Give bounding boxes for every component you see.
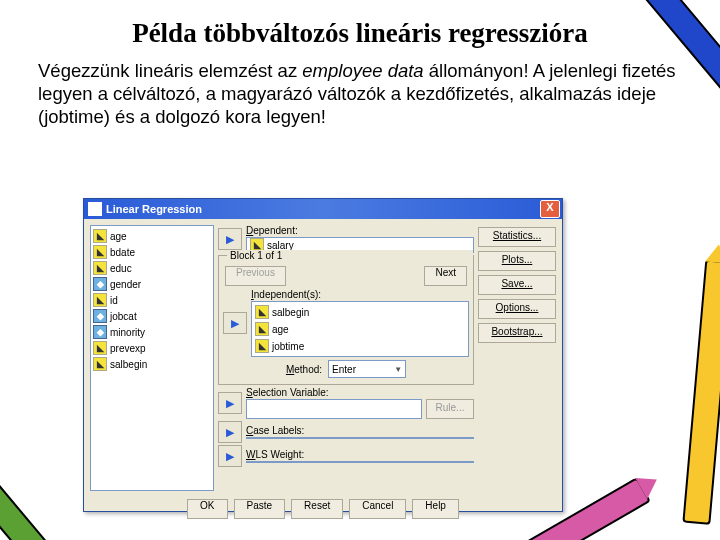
nominal-icon: ◆ [93,277,107,291]
scale-icon: ◣ [255,339,269,353]
scale-icon: ◣ [93,261,107,275]
method-select[interactable]: Enter ▼ [328,360,406,378]
list-item[interactable]: ◣age [93,228,211,244]
nominal-icon: ◆ [93,309,107,323]
help-button[interactable]: Help [412,499,459,519]
close-button[interactable]: X [540,200,560,218]
dialog-title: Linear Regression [106,203,202,215]
arrow-right-icon: ▶ [231,317,239,330]
arrow-right-icon: ▶ [226,397,234,410]
move-selection-button[interactable]: ▶ [218,392,242,414]
move-independent-button[interactable]: ▶ [223,312,247,334]
plots-button[interactable]: Plots... [478,251,556,271]
var-label: minority [110,327,145,338]
var-label: prevexp [110,343,146,354]
slide-body: Végezzünk lineáris elemzést az employee … [38,59,682,128]
list-item[interactable]: ◣id [93,292,211,308]
list-item[interactable]: ◣bdate [93,244,211,260]
caselabel-label: Case Labels: [246,425,474,436]
var-label: jobtime [272,341,304,352]
variable-list[interactable]: ◣age ◣bdate ◣educ ◆gender ◣id ◆jobcat ◆m… [90,225,214,491]
move-dependent-button[interactable]: ▶ [218,228,242,250]
var-label: age [110,231,127,242]
var-label: salbegin [272,307,309,318]
paste-button[interactable]: Paste [234,499,286,519]
list-item[interactable]: ◣prevexp [93,340,211,356]
app-icon [88,202,102,216]
scale-icon: ◣ [93,293,107,307]
linear-regression-dialog: Linear Regression X ◣age ◣bdate ◣educ ◆g… [83,198,563,512]
bootstrap-button[interactable]: Bootstrap... [478,323,556,343]
slide-body-em: employee data [302,60,423,81]
arrow-right-icon: ▶ [226,233,234,246]
var-label: gender [110,279,141,290]
dependent-label: Dependent: [246,225,474,236]
var-label: educ [110,263,132,274]
method-label: Method: [286,364,322,375]
list-item[interactable]: ◆gender [93,276,211,292]
move-wls-button[interactable]: ▶ [218,445,242,467]
list-item[interactable]: ◣educ [93,260,211,276]
selection-field[interactable] [246,399,422,419]
chevron-down-icon: ▼ [394,365,402,374]
method-value: Enter [332,364,356,375]
list-item[interactable]: ◆jobcat [93,308,211,324]
list-item[interactable]: ◣salbegin [255,304,309,320]
slide-title: Példa többváltozós lineáris regresszióra [40,18,680,49]
var-label: salbegin [110,359,147,370]
statistics-button[interactable]: Statistics... [478,227,556,247]
list-item[interactable]: ◣age [255,321,289,337]
nominal-icon: ◆ [93,325,107,339]
independents-field[interactable]: ◣salbegin ◣age ◣jobtime [251,301,469,357]
move-caselabel-button[interactable]: ▶ [218,421,242,443]
options-button[interactable]: Options... [478,299,556,319]
cancel-button[interactable]: Cancel [349,499,406,519]
crayon-green-decoration [0,441,61,540]
dependent-value: salary [267,240,294,251]
scale-icon: ◣ [93,229,107,243]
scale-icon: ◣ [93,245,107,259]
crayon-yellow-decoration [683,259,720,520]
arrow-right-icon: ▶ [226,426,234,439]
scale-icon: ◣ [93,341,107,355]
var-label: jobcat [110,311,137,322]
wls-field[interactable] [246,461,474,463]
scale-icon: ◣ [255,322,269,336]
ok-button[interactable]: OK [187,499,227,519]
arrow-right-icon: ▶ [226,450,234,463]
independents-label: Independent(s): [251,289,469,300]
list-item[interactable]: ◣salbegin [93,356,211,372]
slide-body-pre: Végezzünk lineáris elemzést az [38,60,302,81]
save-button[interactable]: Save... [478,275,556,295]
dialog-titlebar[interactable]: Linear Regression X [84,199,562,219]
caselabel-field[interactable] [246,437,474,439]
previous-button[interactable]: Previous [225,266,286,286]
var-label: id [110,295,118,306]
next-button[interactable]: Next [424,266,467,286]
list-item[interactable]: ◣jobtime [255,338,304,354]
selection-label: Selection Variable: [246,387,474,398]
list-item[interactable]: ◆minority [93,324,211,340]
var-label: age [272,324,289,335]
block-label: Block 1 of 1 [227,250,473,261]
reset-button[interactable]: Reset [291,499,343,519]
scale-icon: ◣ [93,357,107,371]
scale-icon: ◣ [255,305,269,319]
rule-button[interactable]: Rule... [426,399,474,419]
block-group: Block 1 of 1 Previous Next ▶ Independent… [218,255,474,385]
var-label: bdate [110,247,135,258]
wls-label: WLS Weight: [246,449,474,460]
